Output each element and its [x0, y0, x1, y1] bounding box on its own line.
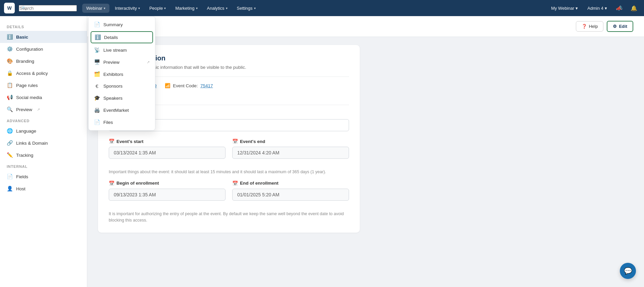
- my-webinar-btn[interactable]: My Webinar ▾: [548, 4, 581, 13]
- tracking-icon: ✏️: [7, 152, 13, 158]
- my-webinar-label: My Webinar: [551, 6, 574, 11]
- sidebar-item-page-rules[interactable]: 📋 Page rules: [0, 79, 87, 91]
- sidebar-label-basic: Basic: [16, 35, 28, 40]
- calendar-enroll-start-icon: 📅: [109, 181, 114, 186]
- dropdown-speakers-label: Speakers: [103, 96, 122, 101]
- enroll-end-section: 📅 End of enrollment: [232, 181, 349, 201]
- dropdown-eventmarket[interactable]: 🖨️ EventMarket: [89, 104, 155, 116]
- nav-interactivity[interactable]: Interactivity ▾: [111, 4, 144, 13]
- sidebar-item-fields[interactable]: 📄 Fields: [0, 171, 87, 183]
- info-icon: ℹ️: [7, 34, 13, 40]
- sidebar-label-branding: Branding: [16, 59, 34, 64]
- nav-webinar[interactable]: Webinar ▾: [82, 4, 109, 13]
- sidebar-item-basic[interactable]: ℹ️ Basic: [0, 31, 87, 43]
- dropdown-files[interactable]: 📄 Files: [89, 116, 155, 128]
- paint-icon: 🎨: [7, 58, 13, 64]
- dropdown-sponsors[interactable]: € Sponsors: [89, 80, 155, 92]
- dropdown-details[interactable]: ℹ️ Details: [91, 31, 153, 43]
- dropdown-preview-label: Preview: [103, 60, 119, 65]
- dropdown-speakers[interactable]: 🎓 Speakers: [89, 92, 155, 104]
- sidebar-item-links-domain[interactable]: 🔗 Links & Domain: [0, 137, 87, 149]
- help-button[interactable]: ❓ Help: [576, 21, 604, 32]
- dropdown-preview[interactable]: 🖥️ Preview ↗: [89, 56, 155, 68]
- sidebar-item-host[interactable]: 👤 Host: [0, 183, 87, 195]
- dropdown-exhibitors-label: Exhibitors: [103, 72, 123, 77]
- details-icon: ℹ️: [95, 34, 101, 40]
- nav-marketing-label: Marketing: [175, 6, 194, 11]
- top-nav: W 🔍 Webinar ▾ Interactivity ▾ People ▾ M…: [0, 0, 644, 16]
- logo-text: W: [7, 5, 11, 11]
- nav-right: My Webinar ▾ Admin 4 ▾ 📣 🔔: [548, 3, 640, 13]
- dropdown-exhibitors[interactable]: 🗂️ Exhibitors: [89, 68, 155, 80]
- nav-analytics[interactable]: Analytics ▾: [203, 4, 232, 13]
- event-code-link[interactable]: 75417: [200, 83, 213, 88]
- calendar-end-icon: 📅: [232, 139, 238, 144]
- nav-interactivity-chevron: ▾: [138, 6, 140, 10]
- sidebar-label-page-rules: Page rules: [16, 83, 38, 88]
- my-webinar-chevron: ▾: [576, 6, 578, 11]
- search-input[interactable]: [19, 5, 77, 11]
- edit-icon: ⚙: [613, 24, 617, 29]
- page-header: ❓ Help ⚙ Edit: [87, 16, 644, 37]
- enroll-end-input[interactable]: [232, 189, 349, 201]
- eventmarket-icon: 🖨️: [94, 107, 100, 113]
- enrollment-row: 📅 Begin of enrollment 📅 End of enrollmen…: [109, 181, 349, 208]
- external-link-icon: ↗: [37, 107, 40, 112]
- calendar-enroll-end-icon: 📅: [232, 181, 238, 186]
- chat-button[interactable]: 💬: [620, 263, 636, 279]
- megaphone-sm-icon: 📢: [7, 94, 13, 100]
- content-body: Basic Information configure the event ba…: [87, 37, 644, 241]
- enroll-start-input[interactable]: [109, 189, 226, 201]
- dropdown-sponsors-label: Sponsors: [103, 84, 122, 89]
- sidebar-item-access-policy[interactable]: 🔒 Access & policy: [0, 67, 87, 79]
- date-hint: Important things about the event: it sho…: [109, 169, 349, 175]
- preview-ext-icon: ↗: [147, 60, 150, 64]
- event-start-section: 📅 Event's start: [109, 139, 226, 159]
- event-end-input[interactable]: [232, 147, 349, 159]
- sidebar-item-branding[interactable]: 🎨 Branding: [0, 55, 87, 67]
- fields-icon: 📄: [7, 174, 13, 180]
- help-icon: ❓: [582, 24, 587, 29]
- dropdown-summary[interactable]: 📄 Summary: [89, 18, 155, 31]
- nav-settings-label: Settings: [237, 6, 253, 11]
- admin-btn[interactable]: Admin 4 ▾: [584, 4, 610, 13]
- sidebar-label-social-media: Social media: [16, 95, 42, 100]
- edit-button[interactable]: ⚙ Edit: [607, 21, 633, 32]
- nav-people[interactable]: People ▾: [145, 4, 170, 13]
- nav-people-chevron: ▾: [164, 6, 166, 10]
- enroll-start-label: 📅 Begin of enrollment: [109, 181, 226, 186]
- nav-marketing[interactable]: Marketing ▾: [171, 4, 201, 13]
- calendar-start-icon: 📅: [109, 139, 114, 144]
- enroll-end-label: 📅 End of enrollment: [232, 181, 349, 186]
- sidebar-item-social-media[interactable]: 📢 Social media: [0, 91, 87, 103]
- search-wrap: 🔍: [19, 5, 77, 11]
- event-end-section: 📅 Event's end: [232, 139, 349, 159]
- summary-icon: 📄: [94, 21, 100, 28]
- event-start-input[interactable]: [109, 147, 226, 159]
- dropdown-details-label: Details: [104, 35, 118, 40]
- files-icon: 📄: [94, 119, 100, 125]
- event-wifi-icon: 📶: [165, 83, 170, 88]
- event-code-label: Event Code:: [173, 83, 198, 88]
- nav-marketing-chevron: ▾: [196, 6, 198, 10]
- preview-icon: 🖥️: [94, 59, 100, 65]
- sidebar-item-preview[interactable]: 🔍 Preview ↗: [0, 103, 87, 115]
- sidebar-label-configuration: Configuration: [16, 47, 43, 52]
- dropdown-files-label: Files: [103, 120, 113, 125]
- sidebar-item-tracking[interactable]: ✏️ Tracking: [0, 149, 87, 161]
- notification-icon[interactable]: 🔔: [628, 3, 640, 13]
- admin-chevron: ▾: [605, 6, 607, 11]
- nav-settings[interactable]: Settings ▾: [233, 4, 260, 13]
- webinar-dropdown: 📄 Summary ℹ️ Details 📡 Live stream 🖥️ Pr…: [88, 16, 155, 131]
- megaphone-icon[interactable]: 📣: [613, 3, 625, 13]
- dropdown-live-stream[interactable]: 📡 Live stream: [89, 44, 155, 56]
- sidebar-label-fields: Fields: [16, 174, 28, 179]
- sidebar-label-access-policy: Access & policy: [16, 71, 48, 76]
- dates-row: 📅 Event's start 📅 Event's end: [109, 139, 349, 166]
- sidebar-item-configuration[interactable]: ⚙️ Configuration: [0, 43, 87, 55]
- nav-interactivity-label: Interactivity: [115, 6, 137, 11]
- main-layout: DETAILS ℹ️ Basic ⚙️ Configuration 🎨 Bran…: [0, 16, 644, 287]
- clipboard-icon: 📋: [7, 82, 13, 88]
- sidebar-item-language[interactable]: 🌐 Language: [0, 125, 87, 137]
- link-icon: 🔗: [7, 140, 13, 146]
